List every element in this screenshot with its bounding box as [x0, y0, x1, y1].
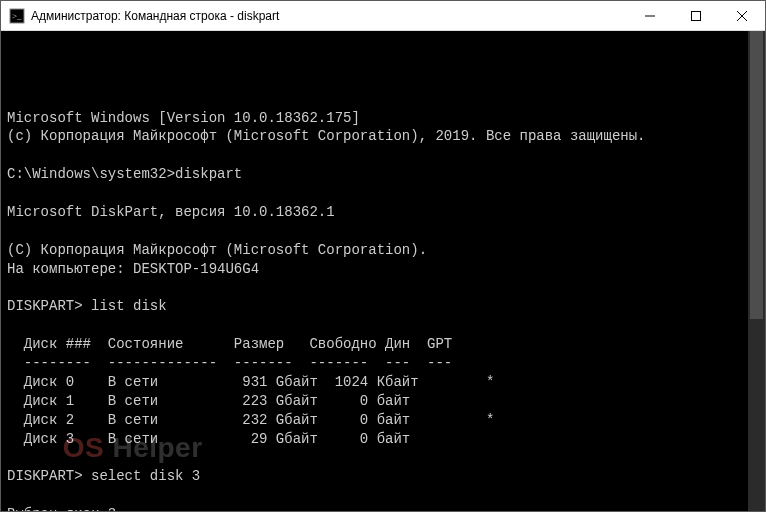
output-line: Microsoft Windows [Version 10.0.18362.17… — [7, 110, 360, 126]
table-header: Диск ### Состояние Размер Свободно Дин G… — [7, 336, 452, 352]
window-title: Администратор: Командная строка - diskpa… — [31, 9, 627, 23]
window-controls — [627, 1, 765, 30]
table-row: Диск 0 В сети 931 Gбайт 1024 Кбайт * — [7, 374, 494, 390]
prompt-line: DISKPART> select disk 3 — [7, 468, 200, 484]
output-line: На компьютере: DESKTOP-194U6G4 — [7, 261, 259, 277]
output-line: Выбран диск 3. — [7, 506, 125, 511]
maximize-button[interactable] — [673, 1, 719, 30]
svg-rect-3 — [692, 11, 701, 20]
terminal-content: Microsoft Windows [Version 10.0.18362.17… — [7, 90, 759, 511]
svg-text:>_: >_ — [12, 11, 22, 21]
table-row: Диск 3 В сети 29 Gбайт 0 байт — [7, 431, 410, 447]
prompt-line: C:\Windows\system32>diskpart — [7, 166, 242, 182]
table-row: Диск 2 В сети 232 Gбайт 0 байт * — [7, 412, 494, 428]
output-line: Microsoft DiskPart, версия 10.0.18362.1 — [7, 204, 335, 220]
titlebar[interactable]: >_ Администратор: Командная строка - dis… — [1, 1, 765, 31]
window-frame: >_ Администратор: Командная строка - dis… — [0, 0, 766, 512]
table-row: Диск 1 В сети 223 Gбайт 0 байт — [7, 393, 410, 409]
output-line: (с) Корпорация Майкрософт (Microsoft Cor… — [7, 128, 646, 144]
prompt-line: DISKPART> list disk — [7, 298, 167, 314]
cmd-icon: >_ — [9, 8, 25, 24]
output-line: (C) Корпорация Майкрософт (Microsoft Cor… — [7, 242, 427, 258]
minimize-button[interactable] — [627, 1, 673, 30]
terminal-area[interactable]: OS Helper Microsoft Windows [Version 10.… — [1, 31, 765, 511]
table-separator: -------- ------------- ------- ------- -… — [7, 355, 452, 371]
close-button[interactable] — [719, 1, 765, 30]
